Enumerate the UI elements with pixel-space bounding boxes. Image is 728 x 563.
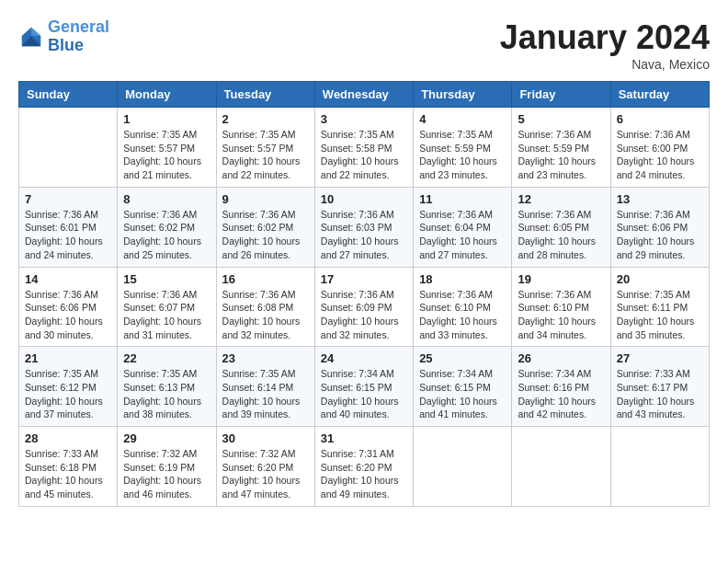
day-number: 9 — [222, 192, 309, 206]
day-number: 4 — [419, 112, 506, 126]
calendar-cell: 26Sunrise: 7:34 AMSunset: 6:16 PMDayligh… — [512, 347, 610, 427]
day-info: Sunrise: 7:36 AMSunset: 6:01 PMDaylight:… — [25, 208, 111, 262]
logo: General Blue — [18, 18, 109, 55]
calendar-cell: 14Sunrise: 7:36 AMSunset: 6:06 PMDayligh… — [19, 267, 118, 347]
day-number: 7 — [25, 192, 111, 206]
calendar-cell: 31Sunrise: 7:31 AMSunset: 6:20 PMDayligh… — [314, 427, 413, 507]
logo-icon — [18, 24, 44, 50]
calendar-cell: 1Sunrise: 7:35 AMSunset: 5:57 PMDaylight… — [118, 108, 216, 188]
day-header-saturday: Saturday — [610, 82, 709, 108]
calendar-table: SundayMondayTuesdayWednesdayThursdayFrid… — [18, 81, 710, 507]
day-number: 6 — [617, 112, 703, 126]
page-header: General Blue January 2024 Nava, Mexico — [18, 18, 710, 72]
day-header-sunday: Sunday — [19, 82, 118, 108]
logo-line1: General — [48, 17, 109, 36]
day-info: Sunrise: 7:35 AMSunset: 5:59 PMDaylight:… — [419, 128, 506, 182]
calendar-cell — [610, 427, 709, 507]
day-header-thursday: Thursday — [414, 82, 512, 108]
day-info: Sunrise: 7:36 AMSunset: 6:03 PMDaylight:… — [321, 208, 407, 262]
day-number: 5 — [518, 112, 604, 126]
day-header-monday: Monday — [118, 82, 216, 108]
day-number: 31 — [321, 431, 407, 445]
day-info: Sunrise: 7:36 AMSunset: 6:04 PMDaylight:… — [419, 208, 506, 262]
calendar-cell: 20Sunrise: 7:35 AMSunset: 6:11 PMDayligh… — [610, 267, 709, 347]
calendar-week-3: 21Sunrise: 7:35 AMSunset: 6:12 PMDayligh… — [19, 347, 710, 427]
day-info: Sunrise: 7:32 AMSunset: 6:20 PMDaylight:… — [222, 447, 309, 501]
calendar-cell — [414, 427, 512, 507]
calendar-cell: 5Sunrise: 7:36 AMSunset: 5:59 PMDaylight… — [512, 108, 610, 188]
day-number: 21 — [25, 351, 111, 365]
calendar-cell: 23Sunrise: 7:35 AMSunset: 6:14 PMDayligh… — [216, 347, 314, 427]
day-number: 28 — [25, 431, 111, 445]
logo-text: General Blue — [48, 18, 109, 55]
day-number: 23 — [222, 351, 309, 365]
calendar-cell: 29Sunrise: 7:32 AMSunset: 6:19 PMDayligh… — [118, 427, 216, 507]
title-block: January 2024 Nava, Mexico — [500, 18, 710, 72]
day-info: Sunrise: 7:36 AMSunset: 6:09 PMDaylight:… — [321, 288, 407, 342]
calendar-cell: 4Sunrise: 7:35 AMSunset: 5:59 PMDaylight… — [414, 108, 512, 188]
day-info: Sunrise: 7:34 AMSunset: 6:15 PMDaylight:… — [321, 367, 407, 421]
day-info: Sunrise: 7:34 AMSunset: 6:15 PMDaylight:… — [419, 367, 506, 421]
calendar-cell: 2Sunrise: 7:35 AMSunset: 5:57 PMDaylight… — [216, 108, 314, 188]
day-number: 16 — [222, 272, 309, 286]
day-info: Sunrise: 7:33 AMSunset: 6:18 PMDaylight:… — [25, 447, 111, 501]
day-number: 10 — [321, 192, 407, 206]
day-info: Sunrise: 7:35 AMSunset: 5:57 PMDaylight:… — [222, 128, 309, 182]
calendar-cell: 9Sunrise: 7:36 AMSunset: 6:02 PMDaylight… — [216, 187, 314, 267]
day-info: Sunrise: 7:35 AMSunset: 6:14 PMDaylight:… — [222, 367, 309, 421]
day-info: Sunrise: 7:36 AMSunset: 6:10 PMDaylight:… — [518, 288, 604, 342]
svg-marker-1 — [31, 28, 40, 36]
day-number: 22 — [123, 351, 210, 365]
calendar-cell: 24Sunrise: 7:34 AMSunset: 6:15 PMDayligh… — [314, 347, 413, 427]
calendar-cell: 6Sunrise: 7:36 AMSunset: 6:00 PMDaylight… — [610, 108, 709, 188]
calendar-cell: 13Sunrise: 7:36 AMSunset: 6:06 PMDayligh… — [610, 187, 709, 267]
calendar-cell: 10Sunrise: 7:36 AMSunset: 6:03 PMDayligh… — [314, 187, 413, 267]
calendar-week-2: 14Sunrise: 7:36 AMSunset: 6:06 PMDayligh… — [19, 267, 710, 347]
day-info: Sunrise: 7:36 AMSunset: 6:10 PMDaylight:… — [419, 288, 506, 342]
calendar-cell — [19, 108, 118, 188]
day-number: 25 — [419, 351, 506, 365]
day-number: 20 — [617, 272, 703, 286]
day-number: 29 — [123, 431, 210, 445]
calendar-cell: 16Sunrise: 7:36 AMSunset: 6:08 PMDayligh… — [216, 267, 314, 347]
day-number: 30 — [222, 431, 309, 445]
calendar-cell: 30Sunrise: 7:32 AMSunset: 6:20 PMDayligh… — [216, 427, 314, 507]
day-number: 14 — [25, 272, 111, 286]
calendar-cell — [512, 427, 610, 507]
day-info: Sunrise: 7:35 AMSunset: 6:11 PMDaylight:… — [617, 288, 703, 342]
calendar-cell: 22Sunrise: 7:35 AMSunset: 6:13 PMDayligh… — [118, 347, 216, 427]
calendar-cell: 8Sunrise: 7:36 AMSunset: 6:02 PMDaylight… — [118, 187, 216, 267]
calendar-header-row: SundayMondayTuesdayWednesdayThursdayFrid… — [19, 82, 710, 108]
calendar-week-0: 1Sunrise: 7:35 AMSunset: 5:57 PMDaylight… — [19, 108, 710, 188]
calendar-cell: 17Sunrise: 7:36 AMSunset: 6:09 PMDayligh… — [314, 267, 413, 347]
day-info: Sunrise: 7:35 AMSunset: 5:58 PMDaylight:… — [321, 128, 407, 182]
month-title: January 2024 — [500, 18, 710, 57]
day-info: Sunrise: 7:36 AMSunset: 5:59 PMDaylight:… — [518, 128, 604, 182]
day-number: 17 — [321, 272, 407, 286]
day-number: 19 — [518, 272, 604, 286]
day-number: 24 — [321, 351, 407, 365]
location: Nava, Mexico — [500, 57, 710, 72]
day-number: 8 — [123, 192, 210, 206]
day-info: Sunrise: 7:36 AMSunset: 6:02 PMDaylight:… — [123, 208, 210, 262]
calendar-cell: 19Sunrise: 7:36 AMSunset: 6:10 PMDayligh… — [512, 267, 610, 347]
day-info: Sunrise: 7:36 AMSunset: 6:08 PMDaylight:… — [222, 288, 309, 342]
day-header-friday: Friday — [512, 82, 610, 108]
calendar-cell: 25Sunrise: 7:34 AMSunset: 6:15 PMDayligh… — [414, 347, 512, 427]
day-number: 15 — [123, 272, 210, 286]
day-number: 2 — [222, 112, 309, 126]
calendar-cell: 27Sunrise: 7:33 AMSunset: 6:17 PMDayligh… — [610, 347, 709, 427]
day-number: 18 — [419, 272, 506, 286]
day-info: Sunrise: 7:36 AMSunset: 6:00 PMDaylight:… — [617, 128, 703, 182]
day-info: Sunrise: 7:36 AMSunset: 6:07 PMDaylight:… — [123, 288, 210, 342]
day-info: Sunrise: 7:36 AMSunset: 6:06 PMDaylight:… — [617, 208, 703, 262]
calendar-cell: 28Sunrise: 7:33 AMSunset: 6:18 PMDayligh… — [19, 427, 118, 507]
day-info: Sunrise: 7:35 AMSunset: 6:13 PMDaylight:… — [123, 367, 210, 421]
calendar-week-1: 7Sunrise: 7:36 AMSunset: 6:01 PMDaylight… — [19, 187, 710, 267]
day-info: Sunrise: 7:31 AMSunset: 6:20 PMDaylight:… — [321, 447, 407, 501]
calendar-cell: 18Sunrise: 7:36 AMSunset: 6:10 PMDayligh… — [414, 267, 512, 347]
day-info: Sunrise: 7:35 AMSunset: 6:12 PMDaylight:… — [25, 367, 111, 421]
calendar-week-4: 28Sunrise: 7:33 AMSunset: 6:18 PMDayligh… — [19, 427, 710, 507]
day-number: 13 — [617, 192, 703, 206]
day-number: 12 — [518, 192, 604, 206]
